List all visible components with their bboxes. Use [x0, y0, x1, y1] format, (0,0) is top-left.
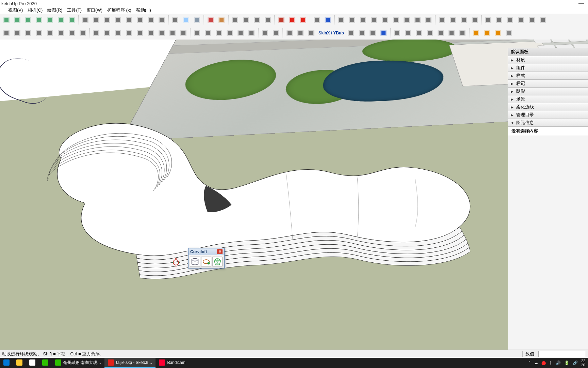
box6-button[interactable]	[391, 15, 401, 25]
arr-up6-button[interactable]	[446, 28, 457, 38]
sample-button[interactable]	[216, 15, 227, 25]
freehand-button[interactable]	[34, 28, 44, 38]
cube-d-button[interactable]	[470, 15, 480, 25]
red1-button[interactable]	[260, 28, 270, 38]
green-rec-button[interactable]	[346, 28, 356, 38]
task-explorer[interactable]	[13, 358, 26, 368]
curviloft-toolbar[interactable]: Curviloft ✕	[188, 248, 225, 269]
purple3-button[interactable]	[306, 28, 316, 38]
arr-up5-button[interactable]	[436, 28, 446, 38]
wifi-icon[interactable]: ⚸	[549, 361, 552, 365]
task-store[interactable]	[26, 358, 39, 368]
menu-tools[interactable]: 工具(T)	[65, 7, 84, 14]
tray-title[interactable]: 默认面板	[508, 48, 588, 56]
sheet3-button[interactable]	[505, 15, 515, 25]
dims-button[interactable]	[124, 15, 134, 25]
cube-b-button[interactable]	[448, 15, 458, 25]
record-icon[interactable]: ⬤	[541, 361, 546, 365]
purple1-button[interactable]	[284, 28, 295, 38]
curve-button[interactable]	[178, 28, 189, 38]
menu-view[interactable]: 视图(V)	[6, 7, 25, 14]
task-browser-tab[interactable]: 亳州融创·南湖大观…	[52, 358, 104, 368]
menu-ext[interactable]: 扩展程序 (x)	[105, 7, 133, 14]
box8-button[interactable]	[412, 15, 423, 25]
sheet4-button[interactable]	[516, 15, 526, 25]
front-button[interactable]	[12, 15, 22, 25]
dl-button[interactable]	[471, 28, 481, 38]
arr-up3-button[interactable]	[414, 28, 424, 38]
cshape6-button[interactable]	[246, 28, 257, 38]
red-stop-button[interactable]	[357, 28, 367, 38]
skinning-button[interactable]	[212, 257, 223, 267]
bezier3-button[interactable]	[67, 28, 77, 38]
help-q-button[interactable]	[378, 28, 389, 38]
top-button[interactable]	[56, 15, 66, 25]
cshape2-button[interactable]	[203, 28, 213, 38]
3dtext-button[interactable]	[146, 15, 156, 25]
flag-button[interactable]	[368, 28, 378, 38]
pie-button[interactable]	[167, 28, 178, 38]
text-button[interactable]	[135, 15, 145, 25]
back-button[interactable]	[23, 15, 33, 25]
poly-button[interactable]	[135, 28, 145, 38]
fog-button[interactable]	[181, 15, 191, 25]
onedrive-icon[interactable]: ☁	[534, 361, 538, 365]
box7-button[interactable]	[402, 15, 412, 25]
f6-button[interactable]	[323, 15, 333, 25]
xray-button[interactable]	[192, 15, 202, 25]
outliner-button[interactable]	[241, 15, 251, 25]
viewport[interactable]: Curviloft ✕	[0, 40, 588, 350]
tray-panel-7[interactable]: ▶管理目录	[508, 111, 588, 119]
match-button[interactable]	[263, 15, 273, 25]
section-button[interactable]	[157, 15, 167, 25]
sheet1-button[interactable]	[483, 15, 493, 25]
menu-help[interactable]: 帮助(H)	[134, 7, 153, 14]
tray-panel-5[interactable]: ▶场景	[508, 95, 588, 103]
menu-window[interactable]: 窗口(W)	[84, 7, 104, 14]
menu-draw[interactable]: 绘图(R)	[45, 7, 64, 14]
box9-button[interactable]	[423, 15, 434, 25]
push-button[interactable]	[102, 28, 112, 38]
rect-button[interactable]	[113, 28, 123, 38]
cube-c-button[interactable]	[459, 15, 469, 25]
arc-button[interactable]	[146, 28, 156, 38]
suapp2-button[interactable]	[298, 15, 308, 25]
task-bandicam[interactable]: Bandicam	[156, 358, 189, 368]
arr-up2-button[interactable]	[403, 28, 413, 38]
arr-up1-button[interactable]	[392, 28, 402, 38]
cshape1-button[interactable]	[192, 28, 202, 38]
arc2-button[interactable]	[157, 28, 167, 38]
suapp-button[interactable]	[287, 15, 297, 25]
gear1-button[interactable]	[493, 28, 503, 38]
loft-contours-button[interactable]	[190, 257, 200, 267]
menu-camera[interactable]: 相机(C)	[26, 7, 45, 14]
circle-button[interactable]	[124, 28, 134, 38]
box2-button[interactable]	[347, 15, 357, 25]
tray-panel-1[interactable]: ▶组件	[508, 64, 588, 72]
arr-up7-button[interactable]	[457, 28, 468, 38]
shadow-button[interactable]	[170, 15, 180, 25]
box5-button[interactable]	[380, 15, 390, 25]
tray-panel-4[interactable]: ▶阴影	[508, 88, 588, 95]
cshape3-button[interactable]	[214, 28, 224, 38]
menu-file[interactable]	[1, 10, 5, 11]
bezier4-button[interactable]	[78, 28, 88, 38]
arr-up4-button[interactable]	[425, 28, 435, 38]
sheet6-button[interactable]	[538, 15, 548, 25]
gear2-button[interactable]	[504, 28, 514, 38]
paint-button[interactable]	[206, 15, 216, 25]
box3-button[interactable]	[358, 15, 368, 25]
box1-button[interactable]	[336, 15, 346, 25]
box4-button[interactable]	[369, 15, 379, 25]
eraser-button[interactable]	[12, 28, 22, 38]
layers-button[interactable]	[230, 15, 240, 25]
task-wechat[interactable]	[39, 358, 52, 368]
line-button[interactable]	[23, 28, 33, 38]
tray-panel-2[interactable]: ▶样式	[508, 72, 588, 80]
minimize-button[interactable]: —	[578, 0, 584, 6]
protractor-button[interactable]	[102, 15, 112, 25]
cshape5-button[interactable]	[235, 28, 246, 38]
task-sketchup[interactable]: taijie.skp - Sketch…	[104, 358, 156, 368]
task-edge[interactable]	[0, 358, 13, 368]
cshape4-button[interactable]	[225, 28, 235, 38]
